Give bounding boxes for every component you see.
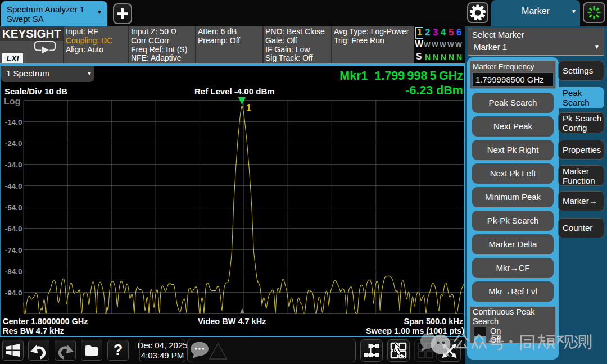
svg-text:-54.0: -54.0 <box>5 203 22 212</box>
svg-text:-64.0: -64.0 <box>5 225 22 233</box>
svg-text:1: 1 <box>246 103 251 113</box>
svg-text:-84.0: -84.0 <box>5 267 22 276</box>
svg-text:-14.0: -14.0 <box>5 118 22 126</box>
svg-text:-44.0: -44.0 <box>5 182 22 190</box>
svg-text:-34.0: -34.0 <box>5 161 22 169</box>
svg-text:-74.0: -74.0 <box>5 246 22 254</box>
svg-text:-94.0: -94.0 <box>5 289 22 297</box>
svg-text:-24.0: -24.0 <box>5 139 22 148</box>
